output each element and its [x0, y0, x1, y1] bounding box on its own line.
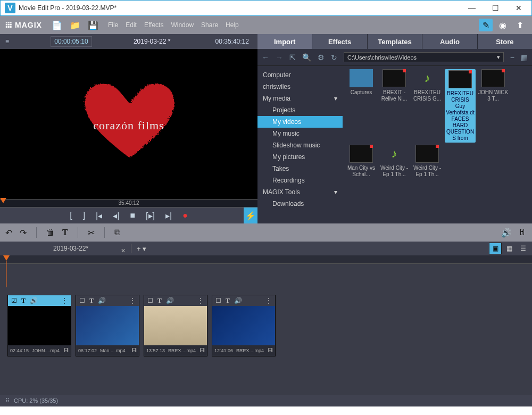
disc-author-button[interactable]: ◉ — [496, 19, 510, 31]
goto-end-icon[interactable]: ▸| — [165, 211, 172, 221]
tab-audio[interactable]: Audio — [422, 34, 477, 49]
group-icon[interactable]: ⧉ — [114, 228, 120, 237]
prev-frame-icon[interactable]: ◂| — [113, 211, 119, 221]
checkbox-icon[interactable]: ☐ — [147, 297, 153, 304]
media-item[interactable]: Weird City - Ep 1 Th... — [412, 145, 443, 178]
audio-icon[interactable]: 🔊 — [166, 297, 174, 304]
view-storyboard-button[interactable]: ▣ — [489, 243, 501, 254]
redo-icon[interactable]: ↷ — [20, 228, 27, 238]
tree-my-pictures[interactable]: My pictures — [257, 151, 343, 163]
preview-ruler[interactable]: 35:40:12 — [0, 199, 257, 208]
more-icon[interactable]: ⋮ — [265, 297, 272, 304]
tab-import[interactable]: Import — [257, 34, 312, 49]
in-marker-icon[interactable] — [0, 198, 6, 204]
tree-my-media[interactable]: My media▾ — [257, 93, 343, 104]
cut-icon[interactable]: ✂ — [88, 228, 95, 238]
hamburger-icon[interactable]: ≡ — [5, 38, 9, 45]
menu-effects[interactable]: Effects — [144, 21, 163, 29]
audio-icon[interactable]: 🔊 — [98, 297, 106, 304]
checkbox-icon[interactable]: ☐ — [215, 297, 221, 304]
play-icon[interactable]: [▸] — [146, 211, 155, 221]
title-icon[interactable]: T — [62, 228, 68, 237]
refresh-icon[interactable]: ↻ — [331, 53, 337, 62]
title-icon[interactable]: T — [226, 297, 230, 305]
volume-icon[interactable]: 🔊 — [501, 228, 512, 238]
playhead-icon[interactable] — [3, 255, 10, 287]
media-item[interactable]: Man City vs Schal... — [346, 145, 377, 178]
close-tab-icon[interactable]: ✕ — [121, 247, 126, 254]
export-button[interactable]: ⬆ — [513, 19, 527, 31]
title-icon[interactable]: T — [89, 297, 94, 305]
menu-file[interactable]: File — [108, 21, 118, 29]
tab-store[interactable]: Store — [478, 34, 532, 49]
tree-projects[interactable]: Projects — [257, 104, 343, 116]
close-button[interactable]: ✕ — [507, 1, 530, 16]
media-item[interactable]: BREXIT - Relive Ni... — [379, 69, 410, 143]
mixer-icon[interactable]: 🎚 — [518, 228, 527, 238]
clip[interactable]: ☑T🔊⋮02:44:15JOHN....mp4🎞 — [7, 295, 71, 356]
undo-icon[interactable]: ↶ — [5, 228, 12, 238]
maximize-button[interactable]: ☐ — [484, 1, 507, 16]
tree-my-music[interactable]: My music — [257, 128, 343, 139]
view-grid-icon[interactable]: ▦ — [521, 53, 528, 62]
video-viewport[interactable]: corazón films — [0, 49, 257, 199]
checkbox-checked-icon[interactable]: ☑ — [11, 297, 17, 304]
menu-help[interactable]: Help — [226, 21, 239, 29]
clip[interactable]: ☐T🔊⋮12:41:06BREX....mp4🎞 — [212, 295, 276, 356]
add-tab-button[interactable]: + ▾ — [131, 245, 152, 253]
audio-icon[interactable]: 🔊 — [30, 297, 38, 304]
tree-slideshow-music[interactable]: Slideshow music — [257, 139, 343, 151]
settings-icon[interactable]: ⚙ — [318, 53, 325, 62]
range-end-icon[interactable]: ] — [83, 211, 85, 220]
doc-tab[interactable]: 2019-03-22* ✕ — [0, 245, 131, 252]
nav-back-icon[interactable]: ← — [262, 53, 269, 62]
timeline-ruler[interactable] — [0, 255, 532, 264]
media-item[interactable]: ♪BREXITEU CRISIS G... — [412, 69, 443, 143]
save-icon[interactable]: 💾 — [88, 20, 98, 30]
editor-mode-button[interactable]: ✎ — [479, 19, 493, 31]
nav-up-icon[interactable]: ⇱ — [289, 53, 296, 62]
tree-user[interactable]: chriswiles — [257, 81, 343, 93]
title-icon[interactable]: T — [21, 297, 26, 305]
zoom-out-icon[interactable]: − — [510, 53, 514, 62]
goto-start-icon[interactable]: |◂ — [96, 211, 102, 221]
search-icon[interactable]: 🔍 — [302, 53, 311, 62]
media-item[interactable]: BREXITEU CRISIS Guy Verhofsta dt FACES H… — [445, 69, 476, 143]
menu-edit[interactable]: Edit — [126, 21, 137, 29]
record-icon[interactable]: ● — [182, 211, 188, 220]
tree-recordings[interactable]: Recordings — [257, 175, 343, 186]
media-item[interactable]: ♪Weird City - Ep 1 Th... — [379, 145, 410, 178]
media-item[interactable]: Captures — [346, 69, 377, 143]
playhead-timecode[interactable]: 00:00:05:10 — [51, 36, 92, 47]
menu-window[interactable]: Window — [171, 21, 194, 29]
tree-takes[interactable]: Takes — [257, 163, 343, 175]
nav-forward-icon[interactable]: → — [276, 53, 283, 62]
range-start-icon[interactable]: [ — [70, 211, 72, 220]
clip[interactable]: ☐T🔊⋮13:57:13BREX....mp4🎞 — [144, 295, 207, 356]
checkbox-icon[interactable]: ☐ — [79, 297, 85, 304]
new-file-icon[interactable]: 📄 — [52, 20, 62, 30]
more-icon[interactable]: ⋮ — [61, 297, 68, 304]
delete-icon[interactable]: 🗑 — [46, 228, 55, 237]
tree-my-videos[interactable]: My videos — [257, 116, 343, 128]
tree-magix-tools[interactable]: MAGIX Tools▾ — [257, 186, 343, 198]
quick-start-icon[interactable]: ⚡ — [244, 208, 257, 223]
stop-icon[interactable]: ■ — [130, 211, 135, 220]
timeline[interactable]: ☑T🔊⋮02:44:15JOHN....mp4🎞☐T🔊⋮06:17:02Man … — [0, 255, 532, 395]
audio-icon[interactable]: 🔊 — [234, 297, 242, 304]
clip[interactable]: ☐T🔊⋮06:17:02Man ....mp4🎞 — [76, 295, 139, 356]
tab-effects[interactable]: Effects — [312, 34, 367, 49]
more-icon[interactable]: ⋮ — [197, 297, 204, 304]
tree-computer[interactable]: Computer — [257, 69, 343, 81]
path-dropdown[interactable]: C:\Users\chriswiles\Videos▾ — [344, 52, 504, 62]
tab-templates[interactable]: Templates — [368, 34, 422, 49]
title-icon[interactable]: T — [157, 297, 162, 305]
media-item[interactable]: JOHN WICK 3 T... — [478, 69, 509, 143]
view-timeline-button[interactable]: ☰ — [517, 243, 529, 254]
tree-downloads[interactable]: Downloads — [257, 198, 343, 210]
minimize-button[interactable]: — — [460, 1, 484, 16]
open-folder-icon[interactable]: 📁 — [70, 20, 80, 30]
more-icon[interactable]: ⋮ — [129, 297, 136, 304]
menu-share[interactable]: Share — [201, 21, 218, 29]
view-scene-button[interactable]: ▦ — [503, 243, 515, 254]
